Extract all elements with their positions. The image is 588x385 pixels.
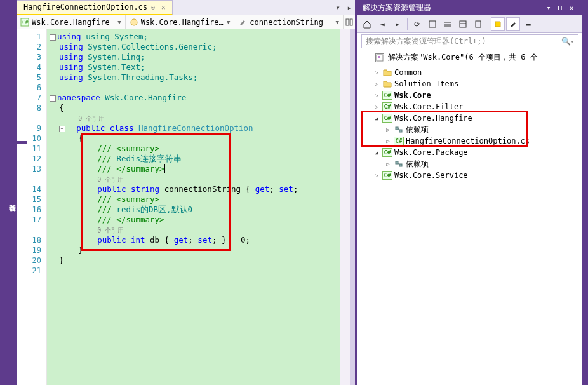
tree-item-label: Wsk.Core.Service	[394, 171, 468, 180]
csproj-icon: C#	[20, 18, 29, 27]
class-icon	[130, 18, 138, 27]
showall-icon[interactable]	[456, 17, 470, 31]
fold-icon[interactable]: −	[50, 34, 56, 41]
dep-icon	[394, 125, 404, 134]
properties-icon[interactable]	[471, 17, 485, 31]
view-icon[interactable]	[491, 17, 505, 31]
folder-icon	[382, 79, 392, 88]
tree-item-label: Common	[394, 68, 422, 77]
tree-item[interactable]: C#Wsk.Core.Hangfire	[361, 112, 578, 124]
nav-member-label: connectionString	[250, 18, 333, 27]
nav-type[interactable]: Wsk.Core.Hangfire.Han ▼	[126, 15, 235, 29]
solution-root[interactable]: 解决方案"Wsk.Core"(6 个项目，共 6 个	[357, 50, 582, 67]
wrench-icon	[238, 18, 247, 27]
tree-item[interactable]: C#HangfireConnectionOption.cs	[361, 135, 578, 147]
tree-item[interactable]: C#Wsk.Core.Service	[361, 170, 578, 181]
csproj-icon: C#	[382, 114, 392, 123]
tree-item[interactable]: C#Wsk.Core.Package	[361, 147, 578, 158]
svg-point-2	[131, 19, 137, 25]
close-icon[interactable]: ✕	[566, 4, 577, 12]
expander-icon[interactable]	[373, 172, 380, 179]
chevron-down-icon: ▼	[227, 19, 230, 25]
svg-text:C#: C#	[22, 20, 29, 25]
chevron-down-icon: ▾	[571, 38, 574, 44]
back-icon[interactable]: ◄	[375, 17, 389, 31]
tree-item-label: 依赖项	[406, 125, 429, 135]
nav-type-label: Wsk.Core.Hangfire.Han	[141, 18, 224, 27]
expander-icon[interactable]	[373, 92, 380, 98]
csproj-icon: C#	[382, 171, 392, 180]
pin-icon[interactable]: ⊙	[151, 4, 155, 11]
tab-menu-icon[interactable]: ▸	[344, 3, 355, 12]
search-icon: 🔍	[561, 37, 571, 46]
panel-title: 解决方案资源管理器	[363, 3, 543, 13]
expander-icon[interactable]	[373, 149, 380, 156]
tree-item[interactable]: Common	[361, 67, 578, 78]
sync-icon[interactable]: ⟳	[410, 17, 424, 31]
expander-icon[interactable]	[373, 69, 380, 76]
wrench-icon[interactable]	[506, 17, 520, 31]
fold-icon[interactable]: −	[59, 126, 65, 132]
pin-icon[interactable]: ⊓	[554, 4, 566, 12]
svg-rect-11	[399, 130, 402, 132]
home-icon[interactable]	[360, 17, 374, 31]
expander-icon[interactable]	[384, 138, 392, 144]
tree-item-label: Wsk.Core.Package	[394, 148, 468, 157]
expander-icon[interactable]	[384, 161, 392, 167]
expander-icon[interactable]	[373, 81, 380, 87]
tree-item-label: Wsk.Core.Filter	[394, 102, 463, 111]
expander-icon[interactable]	[373, 104, 380, 110]
expander-icon[interactable]	[373, 115, 380, 121]
document-tab[interactable]: HangfireConnectionOption.cs ⊙ ✕	[17, 0, 173, 15]
solution-label: 解决方案"Wsk.Core"(6 个项目，共 6 个	[388, 52, 538, 63]
tree-item[interactable]: Solution Items	[361, 78, 578, 90]
tree-item[interactable]: C#Wsk.Core.Filter	[361, 101, 578, 112]
search-placeholder: 搜索解决方案资源管理器(Ctrl+;)	[366, 36, 561, 47]
more-icon[interactable]: ▬	[521, 17, 535, 31]
solution-tree: CommonSolution ItemsC#Wsk.CoreC#Wsk.Core…	[357, 67, 582, 181]
tree-item-label: 依赖项	[406, 159, 429, 170]
tab-label: HangfireConnectionOption.cs	[23, 3, 147, 11]
panel-header: 解决方案资源管理器 ▾ ⊓ ✕	[357, 0, 582, 15]
refresh-icon[interactable]	[425, 17, 439, 31]
code-area[interactable]: 123456789101112131415161718192021 −using…	[17, 29, 355, 385]
navigation-bar: C# Wsk.Core.Hangfire ▼ Wsk.Core.Hangfire…	[17, 15, 355, 29]
svg-rect-7	[476, 21, 481, 27]
right-toolwell	[582, 0, 588, 385]
tree-item[interactable]: 依赖项	[361, 124, 578, 135]
csfile-icon: C#	[394, 137, 404, 145]
svg-rect-9	[378, 56, 380, 58]
expander-icon[interactable]	[384, 126, 392, 133]
main-area: HangfireConnectionOption.cs ⊙ ✕ ▾ ▸ C# W…	[17, 0, 582, 385]
nav-project-label: Wsk.Core.Hangfire	[32, 18, 115, 27]
code-body[interactable]: −using using System; using System.Collec…	[47, 29, 340, 385]
csproj-icon: C#	[382, 91, 392, 100]
solution-explorer: 解决方案资源管理器 ▾ ⊓ ✕ ◄ ▸ ⟳ ▬ 搜索解决方案资源管理器(Ctrl…	[357, 0, 582, 385]
chevron-down-icon: ▼	[117, 19, 121, 25]
fold-icon[interactable]: −	[50, 95, 56, 102]
svg-rect-3	[346, 19, 349, 25]
split-icon[interactable]	[344, 15, 355, 29]
nav-project[interactable]: C# Wsk.Core.Hangfire ▼	[17, 15, 126, 29]
search-input[interactable]: 搜索解决方案资源管理器(Ctrl+;) 🔍 ▾	[361, 34, 578, 48]
overview-ruler[interactable]	[350, 29, 355, 385]
close-icon[interactable]: ✕	[161, 3, 166, 11]
tree-item-label: Wsk.Core.Hangfire	[394, 114, 472, 123]
tab-overflow-icon[interactable]: ▾	[332, 3, 344, 12]
tree-item[interactable]: C#Wsk.Core	[361, 90, 578, 101]
tree-item-label: HangfireConnectionOption.cs	[406, 137, 530, 145]
solution-toolbar: ◄ ▸ ⟳ ▬	[357, 15, 582, 33]
window-menu-icon[interactable]: ▾	[543, 4, 554, 12]
svg-rect-13	[399, 164, 402, 166]
branch-arrow	[17, 141, 27, 144]
dep-icon	[394, 159, 404, 168]
solution-icon	[375, 53, 384, 62]
tree-item-label: Wsk.Core	[394, 91, 431, 100]
collapse-icon[interactable]	[441, 17, 455, 31]
csproj-icon: C#	[382, 102, 392, 111]
tree-item[interactable]: 依赖项	[361, 158, 578, 170]
vertical-scrollbar[interactable]	[340, 29, 350, 385]
fwd-icon[interactable]: ▸	[391, 17, 404, 31]
left-toolwell: 器管理器 工目录	[0, 0, 17, 385]
nav-member[interactable]: connectionString ▼	[234, 15, 344, 29]
